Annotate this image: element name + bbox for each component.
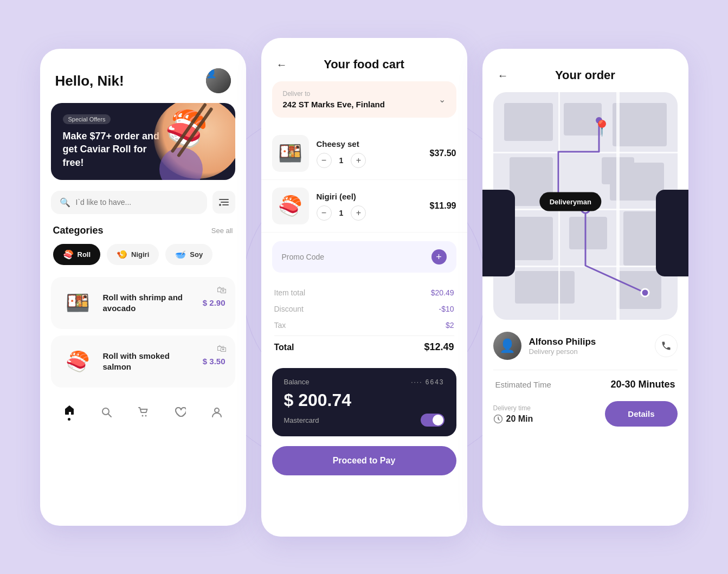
nav-home[interactable] bbox=[63, 404, 75, 421]
deliver-to-box[interactable]: Deliver to 242 ST Marks Eve, Finland ⌄ bbox=[272, 81, 456, 118]
qty-control-0: − 1 + bbox=[317, 153, 422, 168]
call-driver-button[interactable] bbox=[655, 334, 678, 357]
deliver-to-info: Deliver to 242 ST Marks Eve, Finland bbox=[283, 90, 385, 109]
cart-add-icon-0[interactable]: 🛍 bbox=[217, 285, 227, 296]
filter-icon bbox=[218, 198, 229, 207]
delivery-time-label: Delivery time bbox=[493, 404, 533, 412]
estimated-time-row: Estimated Time 20-30 Minutes bbox=[482, 379, 688, 401]
nav-active-dot bbox=[68, 418, 70, 421]
balance-card: Balance ···· 6643 $ 200.74 Mastercard bbox=[272, 368, 456, 436]
cart-item-price-1: $11.99 bbox=[430, 201, 456, 211]
nav-cart[interactable] bbox=[137, 406, 149, 418]
nav-profile[interactable] bbox=[211, 406, 223, 418]
order-header: ← Your order bbox=[482, 49, 688, 92]
delivery-time-box: Delivery time 20 Min bbox=[493, 404, 533, 424]
summary-item-total: Item total $20.49 bbox=[274, 285, 454, 301]
cart-item-info-1: Nigiri (eel) − 1 + bbox=[317, 192, 422, 221]
order-back-button[interactable]: ← bbox=[498, 69, 508, 82]
clock-icon bbox=[493, 414, 503, 424]
details-button[interactable]: Details bbox=[605, 401, 677, 427]
map-dark-left bbox=[482, 190, 515, 276]
delivery-time-inner: 20 Min bbox=[493, 414, 533, 424]
total-value: $12.49 bbox=[424, 341, 454, 353]
deliveryman-badge: Deliveryman bbox=[540, 192, 601, 211]
qty-increase-0[interactable]: + bbox=[351, 153, 366, 168]
payment-toggle[interactable] bbox=[421, 414, 444, 427]
balance-bottom: Mastercard bbox=[284, 414, 444, 427]
cart-item-0: 🍱 Cheesy set − 1 + $37.50 bbox=[261, 127, 467, 180]
driver-name: Alfonso Philips bbox=[529, 337, 647, 347]
food-price-1: $ 3.50 bbox=[203, 357, 226, 366]
home-icon bbox=[63, 404, 75, 416]
balance-label: Balance bbox=[284, 378, 310, 386]
svg-point-14 bbox=[641, 289, 649, 296]
nav-favorites[interactable] bbox=[174, 406, 186, 418]
cart-item-image-1: 🍣 bbox=[272, 188, 309, 224]
category-roll-label: Roll bbox=[78, 250, 91, 259]
estimated-time-value: 20-30 Minutes bbox=[610, 379, 675, 390]
see-all-button[interactable]: See all bbox=[211, 227, 233, 235]
proceed-to-pay-button[interactable]: Proceed to Pay bbox=[272, 446, 456, 475]
qty-decrease-0[interactable]: − bbox=[317, 153, 332, 168]
food-item-0[interactable]: 🍱 Roll with shrimp and avocado $ 2.90 🛍 bbox=[51, 277, 235, 329]
balance-amount: $ 200.74 bbox=[284, 390, 444, 410]
category-roll[interactable]: 🍣 Roll bbox=[53, 244, 101, 265]
heart-nav-icon bbox=[174, 406, 186, 418]
search-icon: 🔍 bbox=[60, 197, 70, 208]
svg-point-5 bbox=[219, 204, 221, 206]
summary-tax: Tax $2 bbox=[274, 317, 454, 333]
svg-point-11 bbox=[215, 408, 219, 412]
filter-button[interactable] bbox=[212, 191, 235, 214]
home-header: Hello, Nik! 👤 bbox=[40, 49, 246, 103]
summary-discount: Discount -$10 bbox=[274, 301, 454, 317]
promo-text: Make $77+ order and get Caviar Roll for … bbox=[63, 130, 160, 169]
estimated-time-label: Estimated Time bbox=[495, 380, 551, 389]
svg-point-7 bbox=[102, 408, 109, 415]
promo-add-button[interactable]: + bbox=[431, 249, 447, 265]
qty-number-0: 1 bbox=[339, 156, 344, 165]
nav-search[interactable] bbox=[100, 406, 112, 418]
promo-code-row[interactable]: Promo Code + bbox=[272, 241, 456, 273]
categories-list: 🍣 Roll 🍤 Nigiri 🥣 Soy bbox=[40, 244, 246, 277]
deliver-to-label: Deliver to bbox=[283, 90, 385, 98]
delivery-action-row: Delivery time 20 Min Details bbox=[482, 401, 688, 427]
promo-code-label: Promo Code bbox=[282, 253, 325, 261]
discount-label: Discount bbox=[274, 305, 304, 313]
driver-info: Alfonso Philips Delivery person bbox=[529, 337, 647, 356]
avatar[interactable]: 👤 bbox=[206, 68, 231, 93]
search-box[interactable]: 🔍 bbox=[51, 191, 207, 214]
qty-increase-1[interactable]: + bbox=[351, 205, 366, 221]
food-item-1[interactable]: 🍣 Roll with smoked salmon $ 3.50 🛍 bbox=[51, 336, 235, 388]
toggle-knob bbox=[433, 415, 443, 425]
food-name-0: Roll with shrimp and avocado bbox=[103, 292, 195, 313]
roll-icon: 🍣 bbox=[63, 249, 74, 260]
greeting-text: Hello, Nik! bbox=[55, 73, 124, 89]
cart-header: ← Your food cart bbox=[261, 38, 467, 81]
svg-line-8 bbox=[108, 414, 111, 417]
map-dark-right bbox=[656, 190, 688, 276]
svg-rect-0 bbox=[170, 103, 207, 153]
cart-title: Your food cart bbox=[324, 57, 404, 72]
cart-item-name-0: Cheesy set bbox=[317, 139, 422, 149]
svg-point-9 bbox=[141, 415, 143, 417]
promo-banner[interactable]: Special Offers Make $77+ order and get C… bbox=[51, 103, 235, 180]
cart-nav-icon bbox=[137, 406, 149, 418]
search-nav-icon bbox=[100, 406, 112, 418]
cart-item-1: 🍣 Nigiri (eel) − 1 + $11.99 bbox=[261, 180, 467, 233]
nigiri-icon: 🍤 bbox=[117, 249, 127, 260]
tax-value: $2 bbox=[446, 321, 454, 330]
order-summary: Item total $20.49 Discount -$10 Tax $2 T… bbox=[261, 281, 467, 363]
qty-decrease-1[interactable]: − bbox=[317, 205, 332, 221]
search-input[interactable] bbox=[76, 198, 198, 207]
cart-add-icon-1[interactable]: 🛍 bbox=[217, 343, 227, 354]
category-soy[interactable]: 🥣 Soy bbox=[165, 244, 212, 265]
cart-item-name-1: Nigiri (eel) bbox=[317, 192, 422, 201]
category-nigiri[interactable]: 🍤 Nigiri bbox=[107, 244, 159, 265]
cart-item-price-0: $37.50 bbox=[430, 149, 456, 158]
delivery-map: 📍 Deliveryman bbox=[493, 92, 678, 320]
cart-back-button[interactable]: ← bbox=[276, 59, 287, 71]
svg-point-10 bbox=[145, 415, 146, 417]
category-nigiri-label: Nigiri bbox=[131, 250, 149, 259]
food-image-0: 🍱 bbox=[61, 286, 95, 320]
phone-screen-home: Hello, Nik! 👤 Special Offers Make $77+ o… bbox=[40, 49, 246, 526]
